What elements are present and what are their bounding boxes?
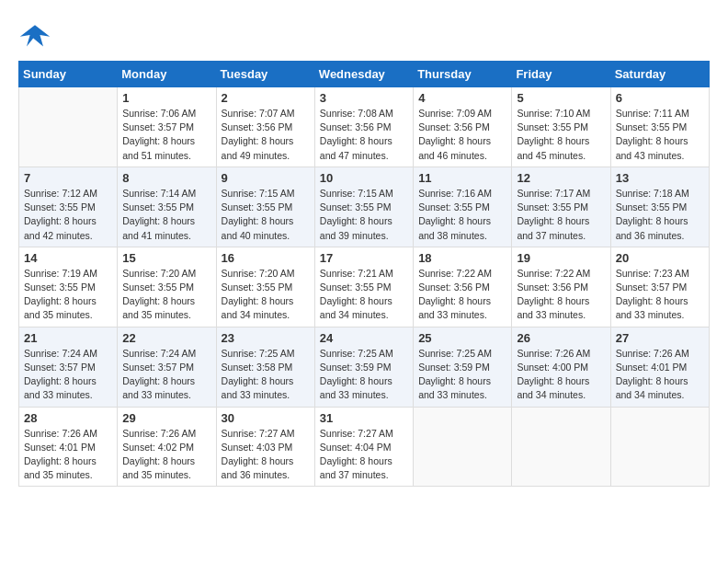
calendar-cell xyxy=(512,407,610,487)
day-info: Sunrise: 7:26 AMSunset: 4:01 PMDaylight:… xyxy=(24,427,112,483)
calendar-cell: 6Sunrise: 7:11 AMSunset: 3:55 PMDaylight… xyxy=(610,87,709,167)
weekday-header-saturday: Saturday xyxy=(610,62,709,87)
calendar-cell: 17Sunrise: 7:21 AMSunset: 3:55 PMDayligh… xyxy=(314,247,413,327)
day-info: Sunrise: 7:12 AMSunset: 3:55 PMDaylight:… xyxy=(24,187,112,243)
logo-bird-icon xyxy=(18,18,51,52)
day-info: Sunrise: 7:14 AMSunset: 3:55 PMDaylight:… xyxy=(122,187,210,243)
day-number: 30 xyxy=(222,411,310,425)
calendar-cell xyxy=(19,87,118,167)
day-info: Sunrise: 7:10 AMSunset: 3:55 PMDaylight:… xyxy=(517,107,605,163)
calendar-cell: 20Sunrise: 7:23 AMSunset: 3:57 PMDayligh… xyxy=(610,247,709,327)
day-info: Sunrise: 7:19 AMSunset: 3:55 PMDaylight:… xyxy=(24,267,112,323)
day-number: 16 xyxy=(222,251,310,265)
weekday-header-sunday: Sunday xyxy=(19,62,118,87)
day-number: 1 xyxy=(122,91,210,105)
calendar-cell xyxy=(414,407,512,487)
day-number: 11 xyxy=(418,171,506,185)
day-info: Sunrise: 7:15 AMSunset: 3:55 PMDaylight:… xyxy=(222,187,310,243)
day-number: 7 xyxy=(24,171,112,185)
day-info: Sunrise: 7:15 AMSunset: 3:55 PMDaylight:… xyxy=(320,187,408,243)
calendar-cell: 25Sunrise: 7:25 AMSunset: 3:59 PMDayligh… xyxy=(414,327,512,407)
calendar-cell: 10Sunrise: 7:15 AMSunset: 3:55 PMDayligh… xyxy=(314,167,413,247)
day-number: 13 xyxy=(616,171,704,185)
day-info: Sunrise: 7:06 AMSunset: 3:57 PMDaylight:… xyxy=(122,107,210,163)
day-info: Sunrise: 7:27 AMSunset: 4:03 PMDaylight:… xyxy=(222,427,310,483)
day-number: 5 xyxy=(517,91,605,105)
day-number: 17 xyxy=(320,251,408,265)
day-info: Sunrise: 7:21 AMSunset: 3:55 PMDaylight:… xyxy=(320,267,408,323)
day-info: Sunrise: 7:08 AMSunset: 3:56 PMDaylight:… xyxy=(320,107,408,163)
day-info: Sunrise: 7:22 AMSunset: 3:56 PMDaylight:… xyxy=(517,267,605,323)
day-info: Sunrise: 7:25 AMSunset: 3:59 PMDaylight:… xyxy=(418,347,506,403)
calendar-week-row: 1Sunrise: 7:06 AMSunset: 3:57 PMDaylight… xyxy=(19,87,710,167)
calendar-cell: 31Sunrise: 7:27 AMSunset: 4:04 PMDayligh… xyxy=(314,407,413,487)
calendar-week-row: 21Sunrise: 7:24 AMSunset: 3:57 PMDayligh… xyxy=(19,327,710,407)
calendar-cell: 4Sunrise: 7:09 AMSunset: 3:56 PMDaylight… xyxy=(414,87,512,167)
day-number: 18 xyxy=(418,251,506,265)
day-info: Sunrise: 7:16 AMSunset: 3:55 PMDaylight:… xyxy=(418,187,506,243)
day-number: 25 xyxy=(418,331,506,345)
calendar-week-row: 14Sunrise: 7:19 AMSunset: 3:55 PMDayligh… xyxy=(19,247,710,327)
day-info: Sunrise: 7:24 AMSunset: 3:57 PMDaylight:… xyxy=(122,347,210,403)
calendar-cell: 22Sunrise: 7:24 AMSunset: 3:57 PMDayligh… xyxy=(118,327,216,407)
calendar-table: SundayMondayTuesdayWednesdayThursdayFrid… xyxy=(18,61,710,487)
day-number: 9 xyxy=(222,171,310,185)
day-info: Sunrise: 7:27 AMSunset: 4:04 PMDaylight:… xyxy=(320,427,408,483)
day-number: 27 xyxy=(616,331,704,345)
day-number: 31 xyxy=(320,411,408,425)
svg-marker-0 xyxy=(20,25,50,46)
calendar-cell: 16Sunrise: 7:20 AMSunset: 3:55 PMDayligh… xyxy=(216,247,314,327)
calendar-week-row: 7Sunrise: 7:12 AMSunset: 3:55 PMDaylight… xyxy=(19,167,710,247)
day-number: 2 xyxy=(222,91,310,105)
page-header xyxy=(18,18,710,52)
day-number: 26 xyxy=(517,331,605,345)
weekday-header-tuesday: Tuesday xyxy=(216,62,314,87)
day-number: 19 xyxy=(517,251,605,265)
day-number: 22 xyxy=(122,331,210,345)
calendar-header-row: SundayMondayTuesdayWednesdayThursdayFrid… xyxy=(19,62,710,87)
calendar-cell: 13Sunrise: 7:18 AMSunset: 3:55 PMDayligh… xyxy=(610,167,709,247)
day-info: Sunrise: 7:11 AMSunset: 3:55 PMDaylight:… xyxy=(616,107,704,163)
day-number: 21 xyxy=(24,331,112,345)
day-info: Sunrise: 7:18 AMSunset: 3:55 PMDaylight:… xyxy=(616,187,704,243)
day-number: 8 xyxy=(122,171,210,185)
calendar-cell: 15Sunrise: 7:20 AMSunset: 3:55 PMDayligh… xyxy=(118,247,216,327)
day-number: 4 xyxy=(418,91,506,105)
calendar-cell: 23Sunrise: 7:25 AMSunset: 3:58 PMDayligh… xyxy=(216,327,314,407)
day-number: 3 xyxy=(320,91,408,105)
day-number: 10 xyxy=(320,171,408,185)
weekday-header-friday: Friday xyxy=(512,62,610,87)
day-number: 14 xyxy=(24,251,112,265)
weekday-header-wednesday: Wednesday xyxy=(314,62,413,87)
calendar-cell: 7Sunrise: 7:12 AMSunset: 3:55 PMDaylight… xyxy=(19,167,118,247)
calendar-cell: 21Sunrise: 7:24 AMSunset: 3:57 PMDayligh… xyxy=(19,327,118,407)
day-number: 12 xyxy=(517,171,605,185)
calendar-cell: 12Sunrise: 7:17 AMSunset: 3:55 PMDayligh… xyxy=(512,167,610,247)
weekday-header-thursday: Thursday xyxy=(414,62,512,87)
calendar-cell: 19Sunrise: 7:22 AMSunset: 3:56 PMDayligh… xyxy=(512,247,610,327)
day-number: 23 xyxy=(222,331,310,345)
calendar-cell: 26Sunrise: 7:26 AMSunset: 4:00 PMDayligh… xyxy=(512,327,610,407)
day-number: 29 xyxy=(122,411,210,425)
day-number: 28 xyxy=(24,411,112,425)
calendar-cell: 3Sunrise: 7:08 AMSunset: 3:56 PMDaylight… xyxy=(314,87,413,167)
day-info: Sunrise: 7:07 AMSunset: 3:56 PMDaylight:… xyxy=(222,107,310,163)
calendar-cell: 2Sunrise: 7:07 AMSunset: 3:56 PMDaylight… xyxy=(216,87,314,167)
day-info: Sunrise: 7:26 AMSunset: 4:00 PMDaylight:… xyxy=(517,347,605,403)
calendar-cell: 8Sunrise: 7:14 AMSunset: 3:55 PMDaylight… xyxy=(118,167,216,247)
calendar-cell: 24Sunrise: 7:25 AMSunset: 3:59 PMDayligh… xyxy=(314,327,413,407)
calendar-cell: 28Sunrise: 7:26 AMSunset: 4:01 PMDayligh… xyxy=(19,407,118,487)
calendar-week-row: 28Sunrise: 7:26 AMSunset: 4:01 PMDayligh… xyxy=(19,407,710,487)
day-info: Sunrise: 7:22 AMSunset: 3:56 PMDaylight:… xyxy=(418,267,506,323)
calendar-cell xyxy=(610,407,709,487)
calendar-cell: 27Sunrise: 7:26 AMSunset: 4:01 PMDayligh… xyxy=(610,327,709,407)
calendar-cell: 29Sunrise: 7:26 AMSunset: 4:02 PMDayligh… xyxy=(118,407,216,487)
day-info: Sunrise: 7:09 AMSunset: 3:56 PMDaylight:… xyxy=(418,107,506,163)
day-number: 20 xyxy=(616,251,704,265)
calendar-cell: 30Sunrise: 7:27 AMSunset: 4:03 PMDayligh… xyxy=(216,407,314,487)
day-info: Sunrise: 7:17 AMSunset: 3:55 PMDaylight:… xyxy=(517,187,605,243)
day-info: Sunrise: 7:23 AMSunset: 3:57 PMDaylight:… xyxy=(616,267,704,323)
calendar-cell: 9Sunrise: 7:15 AMSunset: 3:55 PMDaylight… xyxy=(216,167,314,247)
day-number: 15 xyxy=(122,251,210,265)
day-info: Sunrise: 7:25 AMSunset: 3:58 PMDaylight:… xyxy=(222,347,310,403)
